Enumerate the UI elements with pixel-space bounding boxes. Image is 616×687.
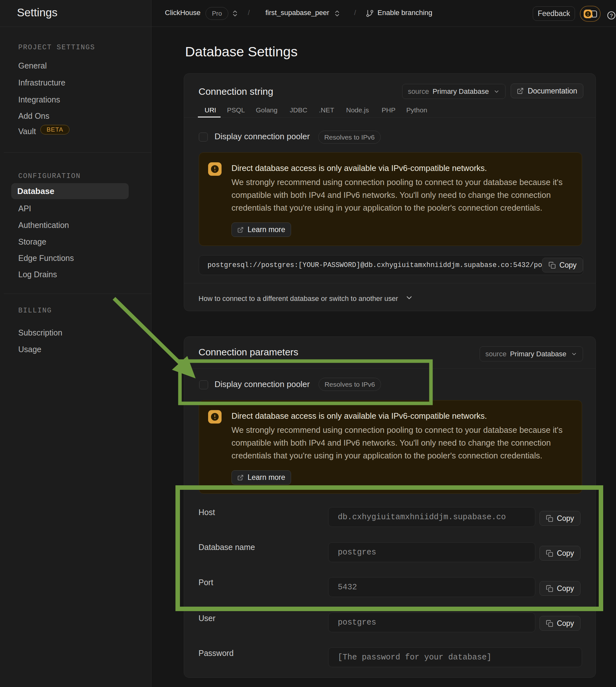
svg-text:?: ? xyxy=(610,13,613,19)
